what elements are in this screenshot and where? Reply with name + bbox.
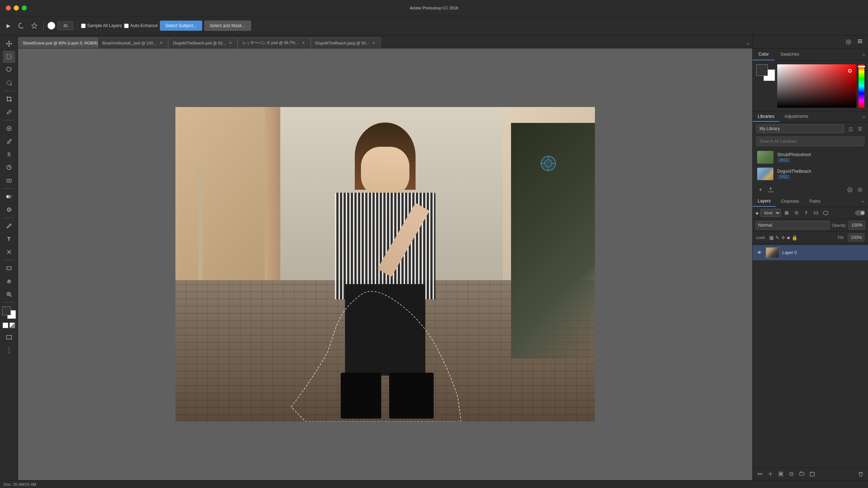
libraries-panel-expand[interactable]: ›› bbox=[860, 112, 868, 122]
auto-enhance-checkbox[interactable] bbox=[124, 23, 129, 28]
fg-bg-colors[interactable] bbox=[756, 64, 775, 81]
color-tab[interactable]: Color bbox=[753, 49, 775, 60]
layer-link-btn[interactable] bbox=[756, 470, 764, 478]
lock-artboard-icon[interactable]: ■ bbox=[787, 235, 790, 240]
minimize-button[interactable] bbox=[14, 5, 19, 10]
canvas-container[interactable] bbox=[18, 48, 752, 480]
brush-size-input[interactable]: 45 bbox=[58, 21, 73, 30]
lock-image-icon[interactable]: ✎ bbox=[775, 235, 779, 240]
tool-text[interactable]: T bbox=[3, 233, 15, 245]
tab-dogsatthebeach-close[interactable]: ✕ bbox=[228, 40, 233, 46]
tabs-collapse-btn[interactable]: ›› bbox=[744, 39, 752, 48]
tool-lasso[interactable] bbox=[3, 64, 15, 76]
blend-mode-select[interactable]: Normal bbox=[756, 221, 830, 230]
tool-screen-mode[interactable] bbox=[3, 331, 15, 343]
tool-pen[interactable] bbox=[3, 220, 15, 232]
layers-tab[interactable]: Layers bbox=[753, 196, 776, 207]
tab-beachvolleyball-close[interactable]: ✕ bbox=[158, 40, 163, 46]
layer-new-btn[interactable] bbox=[808, 470, 817, 478]
library-item-dogs[interactable]: DogsAtTheBeach JPEG bbox=[755, 166, 866, 182]
tool-dodge[interactable] bbox=[3, 204, 15, 216]
tab-lesserpanda[interactable]: レッサーパンダ.psd @ 66.7%... ✕ bbox=[238, 37, 310, 48]
filter-pixel-icon[interactable] bbox=[783, 209, 791, 217]
library-search-input[interactable] bbox=[756, 137, 864, 146]
fg-color-box[interactable] bbox=[756, 64, 768, 76]
tool-move[interactable] bbox=[3, 38, 15, 50]
libraries-tab[interactable]: Libraries bbox=[753, 112, 779, 122]
sample-all-layers-label[interactable]: Sample All Layers bbox=[81, 23, 122, 28]
tab-dogsatthebeach[interactable]: DogsAtTheBeach.psd @ 50... ✕ bbox=[168, 37, 238, 48]
tab-beachvolleyball[interactable]: BeachVolleyball_.psd @ 100... ✕ bbox=[98, 37, 168, 48]
panel-icon-layers[interactable] bbox=[855, 37, 865, 47]
tool-rectangle[interactable] bbox=[3, 262, 15, 274]
library-upload-btn[interactable] bbox=[766, 185, 775, 194]
brush-color[interactable] bbox=[47, 22, 55, 30]
standard-mode[interactable] bbox=[3, 322, 8, 328]
tool-select-btn[interactable]: ▶ bbox=[3, 20, 14, 31]
tool-eraser[interactable] bbox=[3, 174, 15, 187]
tool-gradient[interactable] bbox=[3, 191, 15, 203]
library-link-btn[interactable] bbox=[846, 185, 854, 194]
layer-delete-btn[interactable] bbox=[856, 470, 865, 478]
tool-history[interactable] bbox=[3, 161, 15, 174]
quick-mask-mode[interactable] bbox=[9, 322, 15, 328]
library-grid-view[interactable]: ◫ bbox=[846, 124, 855, 133]
tool-magic-btn[interactable] bbox=[29, 20, 40, 31]
library-settings-btn[interactable] bbox=[856, 185, 864, 194]
picker-dot[interactable] bbox=[848, 69, 852, 73]
layer-eye-0[interactable]: 👁 bbox=[756, 250, 763, 256]
tab-dogsatthebeach2[interactable]: DogsAtTheBeach.jpeg @ 50... ✕ bbox=[311, 37, 381, 48]
select-mask-button[interactable]: Select and Mask... bbox=[204, 21, 251, 31]
library-item-shrub[interactable]: ShrubPhotoshoot JPEG bbox=[755, 149, 866, 166]
library-list-view[interactable]: ☰ bbox=[856, 124, 864, 133]
tool-hand[interactable] bbox=[3, 275, 15, 287]
filter-adjustment-icon[interactable] bbox=[792, 209, 800, 217]
layer-item-0[interactable]: 👁 Layer 0 bbox=[753, 245, 868, 260]
tab-lesserpanda-close[interactable]: ✕ bbox=[301, 40, 306, 46]
library-dropdown[interactable]: My Library bbox=[756, 124, 844, 133]
panel-icon-color[interactable] bbox=[843, 37, 854, 47]
maximize-button[interactable] bbox=[22, 5, 27, 10]
color-gradient-box[interactable] bbox=[777, 64, 856, 108]
fg-bg-color-swatch[interactable] bbox=[2, 307, 16, 319]
filter-smartobj-icon[interactable] bbox=[822, 209, 830, 217]
opacity-input[interactable] bbox=[848, 221, 865, 230]
color-panel-expand[interactable]: ›› bbox=[860, 50, 868, 60]
tool-crop[interactable] bbox=[3, 93, 15, 105]
close-button[interactable] bbox=[6, 5, 11, 10]
tool-path-select[interactable] bbox=[3, 246, 15, 258]
tool-lasso-btn[interactable] bbox=[16, 20, 27, 31]
tab-dogsatthebeach2-close[interactable]: ✕ bbox=[371, 40, 376, 46]
sample-all-layers-checkbox[interactable] bbox=[81, 23, 86, 28]
filter-text-icon[interactable]: T bbox=[802, 209, 810, 217]
layer-adjustment-btn[interactable] bbox=[787, 470, 796, 478]
filter-shape-icon[interactable] bbox=[812, 209, 820, 217]
select-subject-button[interactable]: Select Subject... bbox=[160, 21, 202, 31]
layers-panel-expand[interactable]: ›› bbox=[858, 197, 868, 206]
layers-filter-select[interactable]: Kind bbox=[760, 209, 781, 217]
tool-quick-select[interactable] bbox=[3, 77, 15, 89]
auto-enhance-label[interactable]: Auto-Enhance bbox=[124, 23, 158, 28]
tool-spot-heal[interactable] bbox=[3, 122, 15, 134]
tool-zoom[interactable] bbox=[3, 288, 15, 300]
hue-slider[interactable] bbox=[859, 64, 864, 108]
tool-brush[interactable] bbox=[3, 135, 15, 147]
layer-group-btn[interactable] bbox=[797, 470, 806, 478]
tab-streetscene[interactable]: StreetScene.psd @ 90% (Layer 0, RGB/8) ✕ bbox=[18, 37, 98, 48]
layer-mask-btn[interactable] bbox=[776, 470, 785, 478]
fg-color[interactable] bbox=[2, 307, 11, 315]
layer-style-btn[interactable] bbox=[766, 470, 775, 478]
filter-toggle[interactable] bbox=[855, 210, 865, 215]
tool-extra[interactable]: ⋮ bbox=[3, 344, 15, 356]
adjustments-tab[interactable]: Adjustments bbox=[779, 112, 813, 122]
fill-input[interactable] bbox=[848, 234, 864, 241]
tool-marquee[interactable] bbox=[3, 51, 15, 63]
swatches-tab[interactable]: Swatches bbox=[775, 49, 805, 60]
lock-transparent-icon[interactable]: ▦ bbox=[769, 235, 774, 240]
canvas[interactable] bbox=[175, 107, 595, 421]
library-add-btn[interactable]: + bbox=[756, 185, 765, 194]
channels-tab[interactable]: Channels bbox=[776, 196, 804, 206]
lock-position-icon[interactable]: ✛ bbox=[781, 235, 785, 240]
lock-all-icon[interactable]: 🔒 bbox=[792, 235, 797, 240]
tool-eyedropper[interactable] bbox=[3, 106, 15, 118]
